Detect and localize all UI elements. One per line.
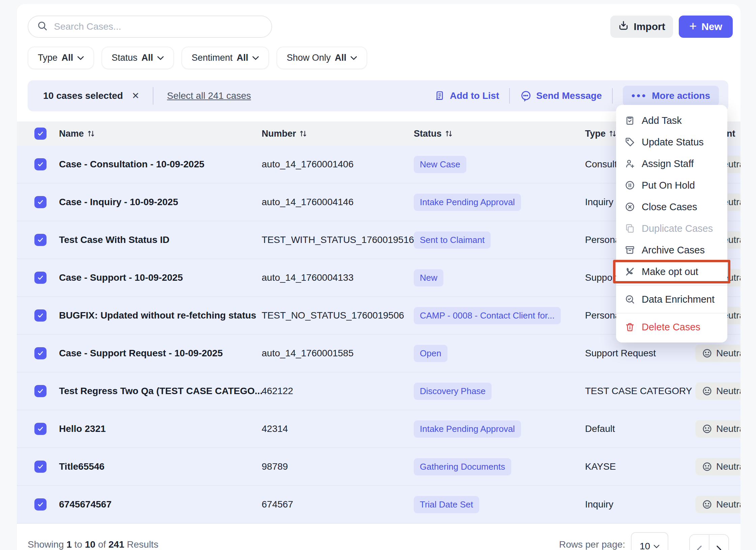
case-number: 462122 [262, 373, 293, 410]
new-case-button[interactable]: + New [679, 16, 733, 38]
column-header-status[interactable]: Status [414, 121, 453, 146]
case-name: Case - Consultation - 10-09-2025 [59, 146, 204, 183]
search-cases-box[interactable] [28, 16, 272, 38]
table-row[interactable]: Title65546 98789 Gathering Documents KAY… [17, 448, 740, 486]
status-badge: New [414, 269, 443, 286]
chevron-down-icon [252, 56, 259, 60]
case-type: Support [585, 259, 618, 296]
chevron-left-icon [697, 545, 702, 550]
selected-count: 10 cases selected [43, 90, 123, 101]
row-checkbox[interactable] [34, 309, 47, 322]
chevron-down-icon [77, 56, 84, 60]
menu-item-update-status[interactable]: Update Status [616, 131, 727, 153]
menu-item-delete-cases[interactable]: Delete Cases [616, 316, 727, 338]
case-number: 98789 [262, 448, 288, 485]
column-header-name[interactable]: Name [59, 121, 95, 146]
case-type: Default [585, 410, 615, 447]
filter-show-only[interactable]: Show Only All [277, 47, 367, 69]
send-message-button[interactable]: Send Message [520, 90, 602, 102]
sentiment-badge: Neutral [695, 345, 740, 362]
pause-circle-icon [625, 180, 635, 190]
copy-icon [625, 223, 635, 233]
case-name: 6745674567 [59, 486, 112, 523]
select-all-link[interactable]: Select all 241 cases [167, 90, 251, 101]
status-badge: Sent to Claimant [414, 231, 491, 249]
row-checkbox[interactable] [34, 158, 47, 170]
menu-divider [616, 285, 727, 286]
column-header-type[interactable]: Type [585, 121, 616, 146]
sort-icon [609, 130, 616, 138]
table-row[interactable]: 6745674567 674567 Trial Date Set Inquiry… [17, 486, 740, 524]
menu-item-data-enrichment[interactable]: Data Enrichment [616, 288, 727, 310]
sort-icon [299, 130, 307, 138]
sentiment-badge: Neutral [695, 382, 740, 400]
filter-sentiment[interactable]: Sentiment All [181, 47, 269, 69]
more-actions-button[interactable]: ••• More actions [623, 86, 719, 106]
status-badge: Intake Pending Approval [414, 194, 521, 211]
case-number: 674567 [262, 486, 293, 523]
cases-page-card: Import + New Type All Status All Sentime… [17, 4, 740, 550]
column-header-number[interactable]: Number [262, 121, 307, 146]
case-name: Hello 2321 [59, 410, 106, 447]
chevron-down-icon [157, 56, 164, 60]
menu-item-archive-cases[interactable]: Archive Cases [616, 239, 727, 261]
row-checkbox[interactable] [34, 234, 47, 246]
filter-status[interactable]: Status All [101, 47, 174, 69]
table-row[interactable]: Test Regress Two Qa (TEST CASE CATEGO...… [17, 373, 740, 410]
chevron-down-icon [350, 56, 357, 60]
menu-item-put-on-hold[interactable]: Put On Hold [616, 174, 727, 196]
neutral-face-icon [702, 424, 712, 434]
menu-item-add-task[interactable]: Add Task [616, 110, 727, 131]
chevron-right-icon [716, 545, 722, 550]
menu-item-make-opt-out[interactable]: Make opt out [616, 261, 727, 282]
row-checkbox[interactable] [34, 385, 47, 397]
case-type: KAYSE [585, 448, 616, 485]
sort-icon [87, 130, 95, 138]
menu-item-close-cases[interactable]: Close Cases [616, 196, 727, 218]
next-page-button[interactable] [709, 535, 728, 550]
divider [509, 88, 510, 104]
import-button[interactable]: Import [610, 16, 673, 38]
rows-per-page-select[interactable]: 10 [631, 532, 668, 550]
row-checkbox[interactable] [34, 423, 47, 435]
menu-item-assign-staff[interactable]: Assign Staff [616, 153, 727, 174]
case-type: Inquiry [585, 184, 613, 221]
status-badge: Gathering Documents [414, 458, 511, 475]
row-checkbox[interactable] [34, 498, 47, 511]
case-number: 42314 [262, 410, 288, 447]
search-check-icon [625, 294, 635, 304]
menu-item-duplicate-cases: Duplicate Cases [616, 218, 727, 239]
row-checkbox[interactable] [34, 347, 47, 359]
case-name: Test Case With Status ID [59, 221, 170, 258]
select-all-checkbox[interactable] [34, 128, 47, 140]
filter-bar: Type All Status All Sentiment All Show O… [28, 47, 367, 69]
status-badge: Intake Pending Approval [414, 420, 521, 438]
results-summary: Showing 1 to 10 of 241 Results [28, 539, 158, 550]
row-checkbox[interactable] [34, 272, 47, 284]
archive-icon [625, 245, 635, 255]
neutral-face-icon [702, 499, 712, 510]
search-icon [37, 21, 48, 33]
table-row[interactable]: Hello 2321 42314 Intake Pending Approval… [17, 410, 740, 448]
case-number: TEST_NO_STATUS_1760019506 [262, 297, 404, 334]
status-badge: New Case [414, 156, 466, 173]
case-name: Case - Support Request - 10-09-2025 [59, 335, 223, 372]
status-badge: Discovery Phase [414, 383, 492, 400]
tag-icon [625, 137, 635, 147]
search-input[interactable] [54, 21, 263, 32]
case-name: Title65546 [59, 448, 105, 485]
neutral-face-icon [702, 348, 712, 358]
add-to-list-button[interactable]: Add to List [434, 90, 499, 101]
neutral-face-icon [702, 462, 712, 472]
row-checkbox[interactable] [34, 461, 47, 473]
clear-selection-icon[interactable]: ✕ [132, 90, 140, 101]
prev-page-button[interactable] [690, 535, 709, 550]
row-checkbox[interactable] [34, 196, 47, 208]
case-number: auto_14_1760001585 [262, 335, 354, 372]
filter-type[interactable]: Type All [28, 47, 94, 69]
trash-icon [625, 322, 635, 332]
user-plus-icon [625, 159, 635, 169]
case-number: auto_14_1760004133 [262, 259, 354, 296]
table-footer: Showing 1 to 10 of 241 Results Rows per … [17, 524, 740, 550]
list-document-icon [434, 90, 445, 101]
